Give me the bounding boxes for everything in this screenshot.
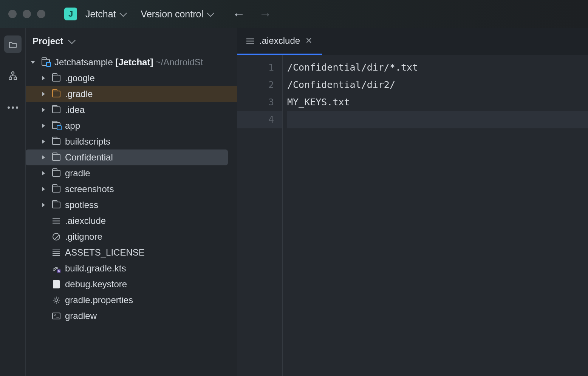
minimize-window-icon[interactable] (23, 10, 31, 18)
window-controls[interactable] (8, 10, 45, 18)
folder-icon (52, 202, 60, 208)
expand-icon[interactable] (39, 171, 48, 176)
tree-item-label: Confidential (65, 152, 113, 163)
tree-item-label: gradlew (65, 311, 97, 321)
vcs-label: Version control (141, 9, 203, 20)
gradle-kts-icon: K (52, 264, 60, 273)
expand-icon[interactable] (39, 187, 48, 191)
project-name-label: Jetchat (85, 9, 116, 20)
tree-root[interactable]: Jetchatsample [Jetchat]~/AndroidSt (26, 54, 237, 70)
tree-item-label: .gitignore (65, 231, 102, 242)
folder-icon (52, 138, 60, 145)
module-folder-icon (52, 122, 60, 129)
tree-item[interactable]: spotless (26, 197, 237, 213)
line-number-gutter: 1234 (237, 55, 283, 376)
vcs-dropdown[interactable]: Version control (138, 7, 215, 21)
tree-item-label: gradle.properties (65, 295, 133, 305)
project-tree[interactable]: Jetchatsample [Jetchat]~/AndroidSt .goog… (26, 54, 237, 376)
tree-item[interactable]: buildscripts (26, 134, 237, 149)
svg-rect-2 (14, 77, 17, 80)
tree-item[interactable]: gradlew (26, 308, 237, 324)
main-split: Project Jetchatsample [Jetchat]~/Android… (0, 28, 588, 376)
nav-forward-button[interactable]: → (258, 7, 272, 21)
lines-file-icon (246, 38, 254, 44)
titlebar: J Jetchat Version control ← → (0, 0, 588, 28)
tree-item[interactable]: debug.keystore (26, 276, 237, 292)
close-window-icon[interactable] (8, 10, 17, 18)
tree-item-label: .google (65, 73, 95, 83)
tree-item[interactable]: .gitignore (26, 229, 237, 245)
text-file-icon (53, 218, 60, 224)
tree-item[interactable]: Confidential (26, 149, 228, 165)
line-number: 1 (237, 59, 282, 76)
project-tool-button[interactable] (4, 35, 22, 53)
tree-item-label: ASSETS_LICENSE (65, 247, 145, 258)
line-number: 4 (237, 111, 282, 128)
folder-icon (52, 154, 60, 161)
project-tree-header[interactable]: Project (26, 28, 237, 54)
project-tree-title: Project (32, 36, 63, 46)
tree-item-label: debug.keystore (65, 279, 127, 290)
maximize-window-icon[interactable] (37, 10, 45, 18)
editor-tab[interactable]: .aiexclude ✕ (237, 28, 322, 55)
code-line[interactable] (287, 111, 588, 128)
structure-tool-button[interactable] (4, 67, 22, 85)
tree-item[interactable]: .idea (26, 102, 237, 118)
expand-icon[interactable] (39, 108, 48, 112)
expand-icon[interactable] (39, 123, 48, 128)
expand-icon[interactable] (29, 60, 37, 65)
editor-tab-label: .aiexclude (259, 35, 300, 46)
folder-icon (52, 170, 60, 177)
folder-icon (52, 91, 60, 97)
expand-icon[interactable] (39, 139, 48, 144)
tree-item[interactable]: gradle (26, 165, 237, 181)
tree-item-label: gradle (65, 168, 90, 179)
more-tool-button[interactable] (4, 99, 22, 116)
tree-item-label: build.gradle.kts (65, 263, 126, 274)
line-number: 2 (237, 76, 282, 94)
code-editor[interactable]: 1234 /Confidential/dir/*.txt/Confidentia… (237, 55, 588, 376)
tree-item[interactable]: K build.gradle.kts (26, 260, 237, 276)
expand-icon[interactable] (39, 155, 48, 160)
tree-item-label: spotless (65, 200, 98, 210)
svg-point-5 (55, 299, 57, 301)
tree-item[interactable]: .google (26, 70, 237, 86)
module-folder-icon (42, 59, 50, 66)
code-line[interactable]: /Confidential/dir2/ (287, 76, 588, 94)
more-icon (8, 106, 18, 109)
line-number: 3 (237, 94, 282, 111)
tree-item[interactable]: app (26, 118, 237, 134)
tree-root-label: Jetchatsample [Jetchat]~/AndroidSt (54, 57, 203, 68)
expand-icon[interactable] (39, 92, 48, 96)
shell-file-icon (52, 313, 60, 319)
svg-rect-1 (9, 77, 12, 80)
project-badge[interactable]: J (64, 8, 77, 20)
tree-item-label: .idea (65, 105, 85, 115)
code-content[interactable]: /Confidential/dir/*.txt/Confidential/dir… (283, 55, 588, 376)
tree-item-label: buildscripts (65, 136, 110, 147)
nav-arrows: ← → (232, 7, 272, 21)
svg-text:K: K (58, 269, 60, 273)
project-tree-panel: Project Jetchatsample [Jetchat]~/Android… (26, 28, 237, 376)
chevron-down-icon (207, 9, 214, 17)
tree-item[interactable]: .gradle (26, 86, 237, 102)
tree-item[interactable]: screenshots (26, 181, 237, 197)
code-line[interactable]: /Confidential/dir/*.txt (287, 59, 588, 76)
expand-icon[interactable] (39, 203, 48, 207)
editor-tabs: .aiexclude ✕ (237, 28, 588, 55)
tool-window-bar (0, 28, 26, 376)
tree-item[interactable]: ASSETS_LICENSE (26, 245, 237, 260)
tree-item-label: .gradle (65, 89, 93, 99)
tree-item[interactable]: gradle.properties (26, 292, 237, 308)
code-line[interactable]: MY_KEYS.txt (287, 94, 588, 111)
gitignore-icon (53, 233, 60, 240)
expand-icon[interactable] (39, 76, 48, 80)
arrow-left-icon: ← (232, 8, 245, 20)
arrow-right-icon: → (259, 8, 272, 20)
editor-area: .aiexclude ✕ 1234 /Confidential/dir/*.tx… (237, 28, 588, 376)
project-dropdown[interactable]: Jetchat (82, 7, 128, 21)
tree-item[interactable]: .aiexclude (26, 213, 237, 229)
nav-back-button[interactable]: ← (232, 7, 246, 21)
svg-point-0 (11, 72, 14, 74)
close-tab-icon[interactable]: ✕ (305, 36, 312, 46)
